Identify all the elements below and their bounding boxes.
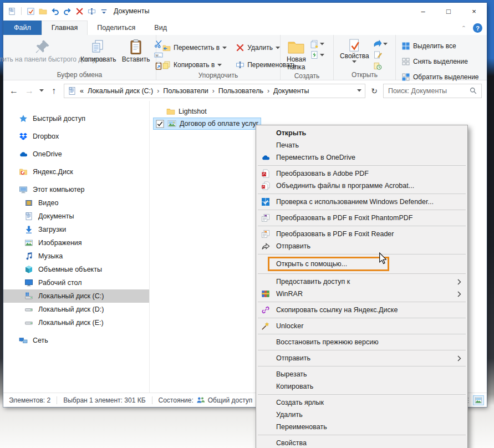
- disk-icon: [24, 318, 33, 327]
- edit-icon[interactable]: [373, 50, 382, 59]
- tab-file[interactable]: Файл: [3, 21, 42, 35]
- menu-item-печать[interactable]: Печать: [257, 139, 467, 151]
- tab-share[interactable]: Поделиться: [88, 21, 145, 35]
- sidebar-item-рабочий-стол[interactable]: Рабочий стол: [3, 276, 149, 289]
- menu-item-вырезать[interactable]: Вырезать: [257, 368, 467, 380]
- sidebar-item-сеть[interactable]: Сеть: [3, 334, 149, 347]
- menu-item-восстановить-прежнюю-версию[interactable]: Восстановить прежнюю версию: [257, 336, 467, 348]
- tab-home[interactable]: Главная: [42, 21, 88, 35]
- sidebar-item-объемные-объекты[interactable]: Объемные объекты: [3, 263, 149, 276]
- menu-item-переместить-в-onedrive[interactable]: Переместить в OneDrive: [257, 151, 467, 164]
- menu-item-удалить[interactable]: Удалить: [257, 409, 467, 421]
- menu-item-предоставить-доступ-к[interactable]: Предоставить доступ к: [257, 276, 467, 288]
- menu-item-преобразовать-в-pdf-в-foxit-phantompdf[interactable]: Преобразовать в PDF в Foxit PhantomPDF: [257, 212, 467, 224]
- history-icon[interactable]: [373, 62, 382, 70]
- menu-separator: [258, 226, 466, 226]
- menu-item-открыть[interactable]: Открыть: [257, 127, 467, 139]
- menu-item-отправить[interactable]: Отправить: [257, 352, 467, 364]
- new-item-button[interactable]: [310, 39, 324, 48]
- easy-access-button[interactable]: [310, 50, 324, 59]
- copy-button[interactable]: Копировать: [78, 37, 119, 64]
- menu-item-объединить-файлы-в-программе-acrobat[interactable]: Объединить файлы в программе Acrobat...: [257, 180, 467, 192]
- breadcrumb-chevron-icon[interactable]: ›: [212, 87, 215, 95]
- search-box[interactable]: Поиск: Документы: [383, 84, 482, 98]
- menu-item-unlocker[interactable]: Unlocker: [257, 320, 467, 332]
- address-box[interactable]: «Локальный диск (C:)›Пользователи›Пользо…: [64, 84, 365, 98]
- qat-qat-folder-button[interactable]: [39, 7, 47, 16]
- sidebar-item-локальный-диск-e-[interactable]: Локальный диск (E:): [3, 316, 149, 329]
- menu-item-скопировать-ссылку-на-яндекс-диске[interactable]: Скопировать ссылку на Яндекс.Диске: [257, 304, 467, 316]
- ribbon: Закрепить на панели быстрого доступа Коп…: [3, 35, 487, 80]
- breadcrumb: «Локальный диск (C:)›Пользователи›Пользо…: [80, 87, 354, 95]
- qat-qat-more-button[interactable]: [100, 7, 108, 16]
- menu-item-преобразовать-в-pdf-в-foxit-reader[interactable]: Преобразовать в PDF в Foxit Reader: [257, 228, 467, 240]
- group-label-organize: Упорядочить: [160, 71, 277, 81]
- sidebar-item-яндекс-диск[interactable]: Яндекс.Диск: [3, 165, 149, 179]
- sidebar-item-этот-компьютер[interactable]: Этот компьютер: [3, 183, 149, 196]
- menu-item-переименовать[interactable]: Переименовать: [257, 421, 467, 433]
- up-button[interactable]: ↑: [48, 86, 59, 96]
- sidebar-item-onedrive[interactable]: OneDrive: [3, 147, 149, 161]
- menu-item-свойства[interactable]: Свойства: [257, 437, 467, 448]
- breadcrumb-item[interactable]: Пользователи: [163, 87, 208, 95]
- new-folder-button[interactable]: Новая папка: [284, 37, 309, 72]
- qat-qat-check-button[interactable]: [27, 7, 35, 16]
- file-item[interactable]: Договор об оплате услуг: [153, 118, 261, 130]
- breadcrumb-item[interactable]: Документы: [273, 87, 309, 95]
- menu-item-открыть-с-помощью[interactable]: Открыть с помощью...: [257, 256, 467, 272]
- refresh-icon[interactable]: ↻: [370, 86, 379, 95]
- sidebar-item-локальный-диск-c-[interactable]: Локальный диск (C:): [3, 289, 149, 303]
- paste-button[interactable]: Вставить: [119, 37, 153, 64]
- breadcrumb-chevron-icon[interactable]: ›: [157, 87, 159, 95]
- thumbnails-view-button[interactable]: [473, 395, 484, 405]
- breadcrumb-chevron-icon[interactable]: ›: [267, 87, 269, 95]
- move-to-button[interactable]: Переместить в: [160, 42, 229, 54]
- paste-label: Вставить: [122, 56, 150, 64]
- tab-view[interactable]: Вид: [145, 21, 176, 35]
- forward-button[interactable]: →: [24, 86, 35, 96]
- select-none-button[interactable]: Снять выделение: [399, 55, 483, 68]
- menu-item-преобразовать-в-adobe-pdf[interactable]: Преобразовать в Adobe PDF: [257, 167, 467, 180]
- copy-label: Копировать: [80, 56, 116, 64]
- menu-item-копировать[interactable]: Копировать: [257, 380, 467, 393]
- pin-to-quick-access-button[interactable]: Закрепить на панели быстрого доступа: [7, 37, 78, 64]
- sidebar-item-видео[interactable]: Видео: [3, 196, 149, 210]
- properties-button[interactable]: Свойства: [337, 37, 372, 63]
- sidebar-item-музыка[interactable]: Музыка: [3, 250, 149, 263]
- file-checkbox-icon[interactable]: [156, 120, 164, 128]
- address-dropdown-icon[interactable]: [357, 89, 361, 92]
- sidebar-item-dropbox[interactable]: Dropbox: [3, 130, 149, 143]
- sidebar-item-быстрый-доступ[interactable]: Быстрый доступ: [3, 112, 149, 125]
- menu-item-winrar[interactable]: WinRAR: [257, 288, 467, 300]
- qat-explorer-button[interactable]: [8, 7, 16, 16]
- disk-icon: [24, 305, 33, 314]
- pc-icon: [19, 185, 28, 194]
- open-button[interactable]: [373, 39, 388, 48]
- search-icon[interactable]: [470, 87, 477, 94]
- menu-item-проверка-с-использованием-windows-defender[interactable]: Проверка с использованием Windows Defend…: [257, 196, 467, 208]
- menu-item-создать-ярлык[interactable]: Создать ярлык: [257, 396, 467, 409]
- menu-item-отправить[interactable]: Отправить: [257, 240, 467, 252]
- file-item[interactable]: Lightshot: [164, 105, 209, 118]
- maximize-button[interactable]: □: [436, 3, 461, 19]
- breadcrumb-item[interactable]: Локальный диск (C:): [88, 87, 153, 95]
- qat-undo-button[interactable]: [51, 7, 59, 16]
- breadcrumb-item[interactable]: Пользователь: [218, 87, 263, 95]
- sidebar-item-изображения[interactable]: Изображения: [3, 236, 149, 250]
- qat-delete-x-button[interactable]: [75, 7, 84, 16]
- close-button[interactable]: ×: [461, 3, 487, 19]
- sidebar-item-документы[interactable]: Документы: [3, 210, 149, 223]
- collapse-ribbon-icon[interactable]: ⌃: [461, 25, 466, 30]
- shared-people-icon: [196, 396, 205, 405]
- star-icon: [19, 114, 28, 123]
- qat-rename-button[interactable]: [88, 7, 96, 16]
- copy-to-button[interactable]: Копировать в: [160, 59, 229, 71]
- minimize-button[interactable]: –: [410, 3, 436, 19]
- qat-redo-button[interactable]: [63, 7, 72, 16]
- help-icon[interactable]: ?: [473, 23, 482, 33]
- select-all-button[interactable]: Выделить все: [399, 40, 483, 52]
- sidebar-item-загрузки[interactable]: Загрузки: [3, 223, 149, 236]
- sidebar-item-локальный-диск-d-[interactable]: Локальный диск (D:): [3, 303, 149, 316]
- back-button[interactable]: ←: [8, 86, 19, 96]
- history-dropdown-icon[interactable]: [39, 89, 44, 92]
